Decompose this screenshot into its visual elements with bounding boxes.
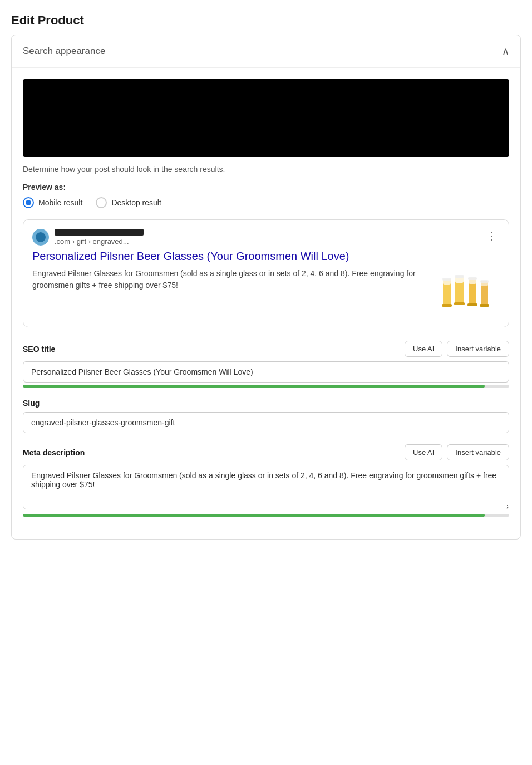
site-name-bar <box>55 229 144 236</box>
meta-description-textarea[interactable] <box>23 465 509 509</box>
site-name-block: .com › gift › engraved... <box>55 229 144 246</box>
section-header[interactable]: Search appearance ∧ <box>12 35 520 68</box>
meta-desc-insert-variable-button[interactable]: Insert variable <box>447 444 509 460</box>
meta-desc-progress-bar <box>23 514 509 517</box>
page-header: Edit Product <box>0 0 532 35</box>
seo-title-progress-bar <box>23 385 509 388</box>
svg-rect-16 <box>480 280 489 283</box>
seo-title-progress-fill <box>23 385 485 388</box>
seo-title-buttons: Use AI Insert variable <box>405 341 509 357</box>
preview-image-box <box>23 79 509 157</box>
mobile-result-label: Mobile result <box>38 198 82 207</box>
svg-rect-4 <box>442 278 451 281</box>
slug-header: Slug <box>23 399 509 408</box>
search-preview-title: Personalized Pilsner Beer Glasses (Your … <box>32 249 500 263</box>
section-title: Search appearance <box>23 46 105 57</box>
search-preview-header: .com › gift › engraved... ⋮ <box>32 229 500 246</box>
search-preview-description: Engraved Pilsner Glasses for Groomsmen (… <box>32 268 424 291</box>
svg-rect-11 <box>467 303 477 306</box>
slug-field: Slug <box>23 399 509 433</box>
svg-rect-15 <box>480 304 489 307</box>
preview-radio-group: Mobile result Desktop result <box>23 197 509 208</box>
chevron-up-icon: ∧ <box>502 45 509 57</box>
avatar-inner <box>36 232 46 242</box>
meta-description-field: Meta description Use AI Insert variable <box>23 444 509 517</box>
mobile-result-radio[interactable]: Mobile result <box>23 197 82 208</box>
seo-title-use-ai-button[interactable]: Use AI <box>405 341 442 357</box>
search-preview-image <box>433 268 500 318</box>
seo-title-insert-variable-button[interactable]: Insert variable <box>447 341 509 357</box>
site-avatar <box>32 229 49 246</box>
seo-title-field: SEO title Use AI Insert variable <box>23 341 509 388</box>
search-appearance-card: Search appearance ∧ Determine how your p… <box>11 35 521 540</box>
desktop-radio-circle <box>96 197 107 208</box>
svg-rect-3 <box>442 304 452 307</box>
site-url: .com › gift › engraved... <box>55 237 144 246</box>
svg-rect-12 <box>468 277 477 280</box>
meta-desc-progress-fill <box>23 514 485 517</box>
seo-title-label: SEO title <box>23 345 55 354</box>
three-dots-icon[interactable]: ⋮ <box>483 229 500 243</box>
meta-description-header: Meta description Use AI Insert variable <box>23 444 509 460</box>
meta-description-label: Meta description <box>23 448 85 457</box>
search-preview-body: Engraved Pilsner Glasses for Groomsmen (… <box>32 268 500 318</box>
description-text: Determine how your post should look in t… <box>23 165 509 174</box>
meta-description-buttons: Use AI Insert variable <box>405 444 509 460</box>
section-body: Determine how your post should look in t… <box>12 68 520 539</box>
seo-title-input[interactable] <box>23 361 509 382</box>
svg-rect-8 <box>455 275 464 278</box>
preview-as-label: Preview as: <box>23 183 509 192</box>
site-info: .com › gift › engraved... <box>32 229 144 246</box>
desktop-result-label: Desktop result <box>111 198 161 207</box>
svg-rect-7 <box>454 302 465 305</box>
slug-input[interactable] <box>23 412 509 433</box>
desktop-result-radio[interactable]: Desktop result <box>96 197 161 208</box>
slug-label: Slug <box>23 399 40 408</box>
search-preview-card: .com › gift › engraved... ⋮ Personalized… <box>23 219 509 327</box>
page-title: Edit Product <box>11 13 521 28</box>
main-content: Search appearance ∧ Determine how your p… <box>0 35 532 540</box>
seo-title-header: SEO title Use AI Insert variable <box>23 341 509 357</box>
mobile-radio-circle <box>23 197 34 208</box>
meta-desc-use-ai-button[interactable]: Use AI <box>405 444 442 460</box>
mobile-radio-inner <box>26 200 31 205</box>
